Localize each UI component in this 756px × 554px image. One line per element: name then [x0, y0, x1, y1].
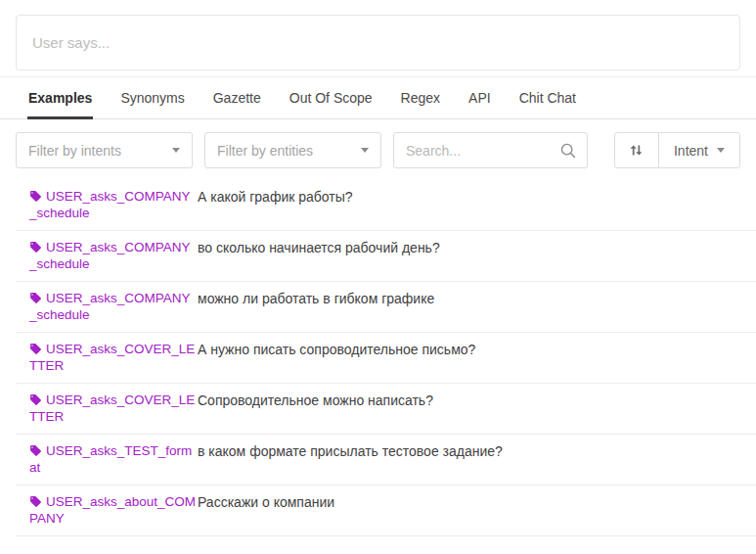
tag-icon — [29, 241, 42, 254]
example-text: А какой график работы? — [198, 188, 353, 221]
filter-by-intents-select[interactable]: Filter by intents — [16, 132, 193, 168]
intent-label: USER_asks_COVER_LETTER — [29, 392, 195, 424]
intent-tag[interactable]: USER_asks_COMPANY_schedule — [16, 188, 198, 221]
search-input[interactable] — [406, 143, 559, 159]
example-row[interactable]: USER_asks_COMPANY_schedule А какой графи… — [16, 180, 756, 231]
example-row[interactable]: USER_asks_TEST_format в каком формате пр… — [16, 435, 756, 485]
intent-tag[interactable]: USER_asks_COVER_LETTER — [16, 392, 198, 425]
intent-label: USER_asks_COMPANY_schedule — [29, 189, 191, 220]
example-text: Расскажи о компании — [198, 493, 334, 527]
tab-gazette[interactable]: Gazette — [212, 77, 262, 119]
chevron-down-icon — [172, 148, 180, 153]
example-row[interactable]: USER_asks_COMPANY_schedule можно ли рабо… — [16, 282, 756, 333]
tag-icon — [29, 495, 42, 508]
example-text: во сколько начинается рабочий день? — [198, 239, 440, 272]
intent-sort-label: Intent — [674, 143, 708, 159]
tag-icon — [29, 343, 42, 355]
intent-sort-dropdown[interactable]: Intent — [659, 133, 739, 167]
intent-tag[interactable]: USER_asks_about_COMPANY — [16, 493, 198, 527]
tag-icon — [29, 292, 42, 304]
tab-synonyms[interactable]: Synonyms — [119, 77, 185, 119]
example-row[interactable]: USER_asks_COVER_LETTER Сопроводительное … — [16, 384, 756, 435]
tab-api[interactable]: API — [467, 77, 492, 119]
user-says-input[interactable] — [32, 34, 724, 51]
tab-regex[interactable]: Regex — [400, 77, 441, 119]
user-says-card — [16, 15, 740, 70]
sort-icon — [628, 142, 645, 159]
example-row[interactable]: USER_asks_COMPANY_schedule во сколько на… — [16, 231, 756, 282]
chevron-down-icon — [361, 148, 369, 153]
tag-icon — [29, 393, 42, 406]
tabs: ExamplesSynonymsGazetteOut Of ScopeRegex… — [0, 77, 756, 119]
intent-label: USER_asks_TEST_format — [29, 443, 192, 475]
example-text: А нужно писать сопроводительное письмо? — [198, 341, 475, 374]
tag-icon — [29, 190, 42, 203]
intent-label: USER_asks_COMPANY_schedule — [29, 291, 191, 322]
search-box[interactable] — [393, 132, 588, 168]
tab-chit-chat[interactable]: Chit Chat — [518, 77, 577, 119]
tab-out-of-scope[interactable]: Out Of Scope — [289, 77, 374, 119]
filter-row: Filter by intents Filter by entities Int… — [16, 132, 740, 168]
tab-examples[interactable]: Examples — [27, 77, 93, 119]
intent-label: USER_asks_about_COMPANY — [29, 494, 196, 526]
sort-button-group: Intent — [614, 132, 740, 168]
example-text: в каком формате присылать тестовое задан… — [198, 442, 503, 476]
examples-table: USER_asks_COMPANY_schedule А какой графи… — [16, 180, 756, 536]
search-icon — [559, 142, 577, 160]
filter-entities-placeholder: Filter by entities — [217, 143, 361, 159]
intent-label: USER_asks_COMPANY_schedule — [29, 240, 191, 271]
composer-section — [0, 0, 756, 70]
intent-tag[interactable]: USER_asks_COVER_LETTER — [16, 341, 198, 374]
example-row[interactable]: USER_asks_COVER_LETTER А нужно писать со… — [16, 333, 756, 384]
intent-tag[interactable]: USER_asks_COMPANY_schedule — [16, 290, 198, 323]
intent-tag[interactable]: USER_asks_COMPANY_schedule — [16, 239, 198, 272]
chevron-down-icon — [717, 148, 725, 153]
sort-button[interactable] — [615, 133, 659, 167]
example-text: можно ли работать в гибком графике — [198, 290, 434, 323]
intent-label: USER_asks_COVER_LETTER — [29, 342, 195, 373]
example-text: Сопроводительное можно написать? — [198, 392, 433, 425]
intent-tag[interactable]: USER_asks_TEST_format — [16, 442, 198, 476]
example-row[interactable]: USER_asks_about_COMPANY Расскажи о компа… — [16, 485, 756, 536]
tag-icon — [29, 444, 42, 457]
filter-intents-placeholder: Filter by intents — [28, 143, 172, 159]
filter-by-entities-select[interactable]: Filter by entities — [204, 132, 381, 168]
